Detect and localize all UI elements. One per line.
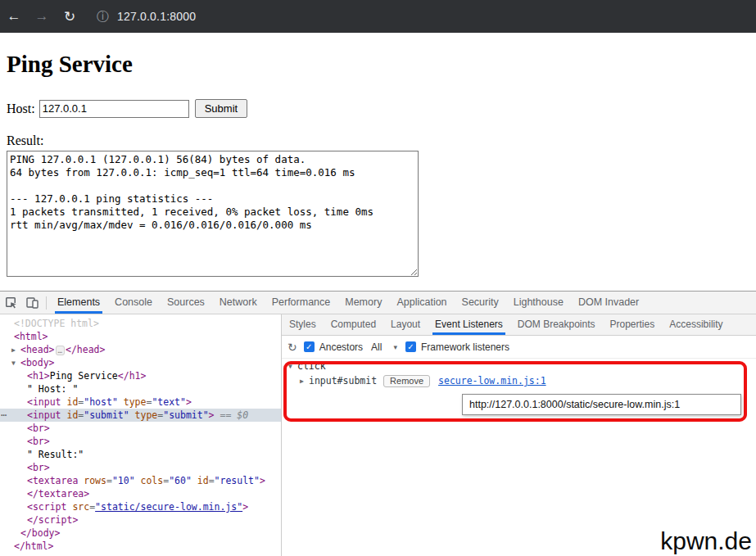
listener-node-row[interactable]: ▶ input#submit Remove secure-low.min.js:… — [282, 373, 756, 388]
address-bar[interactable]: 127.0.0.1:8000 — [117, 10, 196, 23]
event-listeners-toolbar: ↻ ✓ Ancestors All ▾ ✓ Framework listener… — [282, 336, 756, 359]
dom-tree-line[interactable]: <input id="host" type="text"> — [0, 396, 281, 409]
back-icon[interactable]: ← — [0, 8, 28, 25]
listener-filter-dropdown[interactable]: All ▾ — [368, 340, 401, 355]
submit-button[interactable]: Submit — [195, 99, 247, 118]
subtab-dom-breakpoints[interactable]: DOM Breakpoints — [510, 314, 603, 335]
dom-tree-line[interactable]: </html> — [0, 540, 281, 553]
token-val: "submit" — [84, 409, 129, 421]
token-attr: type — [118, 396, 147, 408]
token-tag: <body> — [20, 357, 55, 368]
tab-dom-invader[interactable]: DOM Invader — [571, 292, 646, 314]
listener-source-link[interactable]: secure-low.min.js:1 — [438, 375, 546, 386]
devtools-panel: Elements Console Sources Network Perform… — [0, 291, 756, 556]
tab-performance[interactable]: Performance — [265, 292, 338, 314]
token-tag: </html> — [14, 540, 53, 552]
browser-toolbar: ← → ↻ ⓘ 127.0.0.1:8000 — [0, 0, 756, 33]
dom-tree-line[interactable]: <br> — [0, 461, 281, 474]
token-text: " Result:" — [27, 449, 84, 460]
subtab-styles[interactable]: Styles — [282, 314, 324, 335]
token-tag: > — [186, 396, 192, 408]
tab-elements[interactable]: Elements — [50, 292, 107, 314]
framework-listeners-label: Framework listeners — [421, 341, 509, 353]
dom-tree-line[interactable]: </textarea> — [0, 487, 281, 500]
token-tag: </textarea> — [27, 488, 89, 499]
dom-tree: <!DOCTYPE html><html>▶<head>…</head>▼<bo… — [0, 314, 282, 556]
page-content: Ping Service Host: Submit Result: PING 1… — [0, 33, 756, 291]
tab-lighthouse[interactable]: Lighthouse — [506, 292, 571, 314]
token-tag: <textarea — [27, 475, 78, 486]
listener-event-row[interactable]: ▼ click — [282, 359, 756, 373]
token-tag: > — [242, 501, 248, 513]
tab-application[interactable]: Application — [389, 292, 454, 314]
token-link: "static/secure-low.min.js" — [95, 501, 242, 513]
dom-tree-line[interactable]: <h1>Ping Service</h1> — [0, 369, 281, 382]
inspect-icon[interactable] — [0, 292, 21, 314]
ancestors-checkbox[interactable]: ✓ — [304, 341, 315, 352]
dom-tree-line[interactable]: <!DOCTYPE html> — [0, 317, 281, 330]
token-tag: </body> — [20, 527, 60, 539]
subtab-accessibility[interactable]: Accessibility — [662, 314, 730, 335]
device-toolbar-icon[interactable] — [21, 292, 43, 314]
result-textarea[interactable]: PING 127.0.0.1 (127.0.0.1) 56(84) bytes … — [7, 151, 419, 277]
dom-tree-line[interactable]: ⋯<input id="submit" type="submit"> == $0 — [0, 409, 281, 422]
listener-filter-value: All — [371, 341, 382, 353]
tab-sources[interactable]: Sources — [160, 292, 212, 314]
page-info-icon[interactable]: ⓘ — [97, 9, 109, 25]
dom-tree-line[interactable]: ▼<body> — [0, 356, 281, 369]
dom-tree-line[interactable]: <br> — [0, 435, 281, 448]
subtab-layout[interactable]: Layout — [383, 314, 428, 335]
token-tag: <html> — [14, 331, 48, 342]
framework-listeners-checkbox[interactable]: ✓ — [405, 341, 416, 352]
token-tag: <br> — [27, 462, 50, 473]
dom-tree-line[interactable]: </script> — [0, 513, 281, 527]
token-attr: rows — [78, 475, 106, 486]
more-actions-icon[interactable]: ⋯ — [1, 409, 6, 422]
remove-listener-button[interactable]: Remove — [383, 375, 430, 387]
collapsed-arrow-icon[interactable]: ▶ — [300, 377, 309, 385]
refresh-icon[interactable]: ↻ — [287, 341, 297, 354]
dom-tree-line[interactable]: </body> — [0, 527, 281, 540]
token-tag: > — [209, 409, 215, 421]
dom-tree-line[interactable]: ▶<head>…</head> — [0, 343, 281, 356]
expand-arrow-icon[interactable]: ▶ — [11, 344, 20, 357]
token-tag: <head> — [20, 344, 55, 355]
token-tag: <br> — [27, 436, 50, 447]
event-listeners-panel: ▼ click ▶ input#submit Remove secure-low… — [282, 359, 756, 556]
token-val: "host" — [84, 396, 118, 408]
dom-tree-line[interactable]: " Host: " — [0, 382, 281, 396]
token-attr: id — [61, 396, 79, 408]
dom-tree-line[interactable]: <script src="static/secure-low.min.js"> — [0, 500, 281, 513]
tab-network[interactable]: Network — [212, 292, 265, 314]
dom-tree-line[interactable]: " Result:" — [0, 448, 281, 461]
subtab-computed[interactable]: Computed — [324, 314, 383, 335]
token-tag: <input — [27, 409, 61, 421]
token-attr: type — [129, 409, 158, 421]
subtab-properties[interactable]: Properties — [603, 314, 663, 335]
subtab-event-listeners[interactable]: Event Listeners — [428, 314, 510, 335]
expand-arrow-icon[interactable]: ▼ — [11, 357, 20, 370]
link-url-tooltip: http://127.0.0.1:8000/static/secure-low.… — [462, 394, 741, 415]
separator — [46, 296, 47, 310]
token-val: "text" — [152, 396, 186, 408]
tab-security[interactable]: Security — [455, 292, 506, 314]
token-doctype: <!DOCTYPE html> — [14, 318, 99, 329]
token-val: "10" — [112, 475, 135, 486]
host-label: Host: — [7, 102, 35, 116]
token-tag: </script> — [27, 514, 78, 526]
host-input[interactable] — [39, 100, 189, 118]
tab-memory[interactable]: Memory — [337, 292, 389, 314]
token-attr: id — [61, 409, 79, 421]
expand-arrow-icon[interactable]: ▼ — [288, 363, 297, 370]
tab-console[interactable]: Console — [107, 292, 160, 314]
reload-icon[interactable]: ↻ — [56, 8, 84, 25]
dom-tree-line[interactable]: <textarea rows="10" cols="60" id="result… — [0, 474, 281, 487]
token-tag: </head> — [66, 344, 105, 355]
listener-node-link[interactable]: input#submit — [309, 375, 377, 386]
dom-tree-line[interactable]: <br> — [0, 422, 281, 435]
token-tag: <input — [27, 396, 61, 408]
dom-tree-line[interactable]: <html> — [0, 330, 281, 343]
token-tag: > — [260, 475, 265, 486]
ancestors-label: Ancestors — [319, 341, 363, 353]
token-val: "result" — [215, 475, 260, 486]
